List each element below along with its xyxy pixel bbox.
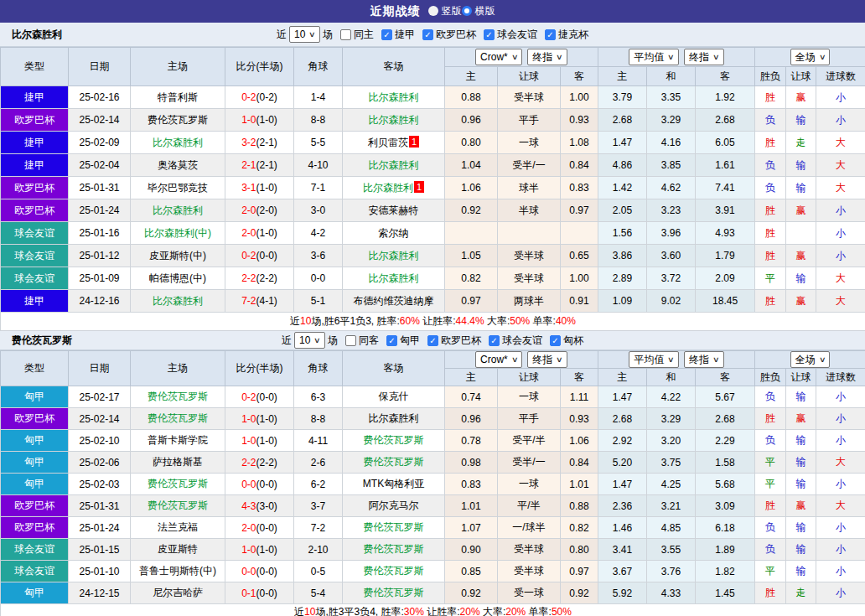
chevron-down-icon: ∨	[667, 49, 675, 65]
league-filter-checkbox[interactable]: ✓	[550, 335, 561, 346]
league-filter-checkbox[interactable]: ✓	[386, 335, 397, 346]
average-odds-home: 1.56	[598, 222, 647, 245]
result-outcome: 胜	[755, 408, 786, 430]
match-date: 25-01-24	[69, 517, 131, 539]
result-handicap: 走	[786, 132, 816, 154]
layout-radio-vertical[interactable]: 竖版	[428, 4, 462, 18]
away-team-cell: 费伦茨瓦罗斯	[343, 539, 445, 561]
column-subheader: 和	[647, 369, 696, 386]
league-filter-label[interactable]: 欧罗巴杯	[441, 334, 481, 348]
crow-odds-home: 0.97	[445, 290, 498, 313]
crow-final-select[interactable]: 终指∨	[527, 351, 567, 368]
league-filter-checkbox[interactable]: ✓	[422, 29, 433, 40]
result-handicap: 输	[786, 561, 816, 582]
select-value: 平均值	[634, 49, 664, 65]
radio-icon[interactable]	[428, 6, 438, 16]
matches-count-select[interactable]: 10∨	[289, 26, 320, 43]
chevron-down-icon: ∨	[819, 352, 826, 367]
crow-final-select[interactable]: 终指∨	[527, 49, 567, 65]
match-row: 球会友谊25-01-12皮亚斯特(中)0-2(0-0)3-6比尔森胜利1.05受…	[1, 245, 865, 267]
home-team-cell: 比尔森胜利	[131, 132, 225, 154]
radio-label[interactable]: 竖版	[442, 4, 462, 18]
league-filter-label[interactable]: 球会友谊	[497, 28, 537, 42]
matches-count-select[interactable]: 10∨	[294, 332, 325, 349]
team-name-text: 比尔森胜利	[369, 114, 419, 126]
average-odds-draw: 3.76	[647, 561, 696, 582]
home-team-cell: 法兰克福	[131, 517, 225, 539]
summary-segment: 50%	[510, 315, 530, 327]
league-filter-checkbox[interactable]: ✓	[545, 29, 556, 40]
average-odds-home: 4.86	[598, 154, 647, 177]
crow-odds-away: 0.93	[561, 109, 598, 132]
league-filter-checkbox[interactable]: ✓	[489, 335, 500, 346]
team-name-text: 毕尔巴鄂竞技	[148, 182, 208, 194]
fullmatch-header: 全场∨	[755, 351, 865, 369]
radio-icon[interactable]	[462, 6, 472, 16]
same-venue-checkbox[interactable]	[345, 335, 356, 346]
crow-odds-home: 1.07	[445, 517, 498, 539]
summary-segment: 40%	[556, 315, 576, 327]
column-subheader: 胜负	[755, 369, 786, 386]
home-team-cell: 萨拉格斯基	[131, 452, 225, 474]
average-source-select[interactable]: 平均值∨	[629, 49, 679, 65]
average-final-select[interactable]: 终指∨	[684, 351, 724, 368]
corners-cell: 0-5	[294, 561, 343, 582]
league-filter-checkbox[interactable]: ✓	[484, 29, 495, 40]
away-team-cell: 索尔纳	[343, 222, 445, 245]
column-header: 角球	[294, 351, 343, 386]
result-outcome: 胜	[755, 290, 786, 313]
same-venue-label[interactable]: 同主	[354, 28, 374, 42]
corners-cell: 8-8	[294, 109, 343, 132]
corners-cell: 5-4	[294, 582, 343, 604]
team-name-text: 比尔森胜利	[153, 295, 203, 307]
home-team-cell: 费伦茨瓦罗斯	[131, 109, 225, 132]
layout-radio-horizontal[interactable]: 横版	[462, 4, 495, 18]
crow-source-select[interactable]: Crow*∨	[475, 49, 522, 65]
away-team-cell: 布德约维茨迪纳摩	[343, 290, 445, 313]
same-venue-label[interactable]: 同客	[359, 334, 379, 348]
radio-label[interactable]: 横版	[475, 4, 495, 18]
league-filter-label[interactable]: 捷甲	[395, 28, 415, 42]
league-badge: 欧罗巴杯	[1, 408, 69, 430]
fullmatch-select[interactable]: 全场∨	[790, 49, 831, 65]
average-odds-draw: 4.25	[647, 474, 696, 495]
average-final-select[interactable]: 终指∨	[684, 49, 724, 65]
column-header: 日期	[69, 48, 131, 86]
average-odds-away: 5.68	[696, 474, 755, 495]
result-goals: 大	[816, 267, 865, 290]
home-team-cell: 比尔森胜利	[131, 290, 225, 313]
result-handicap	[786, 222, 816, 245]
league-filter-label[interactable]: 匈杯	[563, 334, 583, 348]
match-date: 25-02-10	[69, 430, 131, 452]
average-odds-home: 1.47	[598, 132, 647, 154]
match-date: 25-02-06	[69, 452, 131, 474]
league-badge: 捷甲	[1, 290, 69, 313]
team-name-text: 比尔森胜利	[369, 272, 419, 284]
league-filter-label[interactable]: 捷克杯	[558, 28, 588, 42]
average-odds-away: 1.45	[696, 582, 755, 604]
same-venue-checkbox[interactable]	[340, 29, 351, 40]
home-team-cell: 普鲁士明斯特(中)	[131, 561, 225, 582]
result-outcome: 平	[755, 452, 786, 474]
league-filter-label[interactable]: 匈甲	[400, 334, 420, 348]
score-cell: 3-2(2-1)	[225, 132, 294, 154]
crow-odds-home: 1.05	[445, 245, 498, 267]
league-badge: 匈甲	[1, 452, 69, 474]
average-odds-draw: 4.62	[647, 177, 696, 199]
fullmatch-select[interactable]: 全场∨	[790, 351, 831, 368]
league-badge: 匈甲	[1, 430, 69, 452]
column-subheader: 让球	[786, 369, 816, 386]
score-cell: 1-0(1-0)	[225, 109, 294, 132]
league-filter-label[interactable]: 球会友谊	[502, 334, 542, 348]
league-filter-label[interactable]: 欧罗巴杯	[436, 28, 476, 42]
crow-source-select[interactable]: Crow*∨	[475, 351, 522, 368]
crow-odds-handicap: 受半/一	[498, 452, 561, 474]
crow-odds-handicap: 球半	[498, 177, 561, 199]
games-label: 场	[323, 28, 333, 42]
crow-odds-handicap: 受平/半	[498, 430, 561, 452]
summary-segment: 场,胜6平1负3, 胜率:	[311, 315, 399, 327]
league-filter-checkbox[interactable]: ✓	[427, 335, 438, 346]
result-handicap: 输	[786, 267, 816, 290]
average-source-select[interactable]: 平均值∨	[629, 351, 679, 368]
league-filter-checkbox[interactable]: ✓	[381, 29, 392, 40]
